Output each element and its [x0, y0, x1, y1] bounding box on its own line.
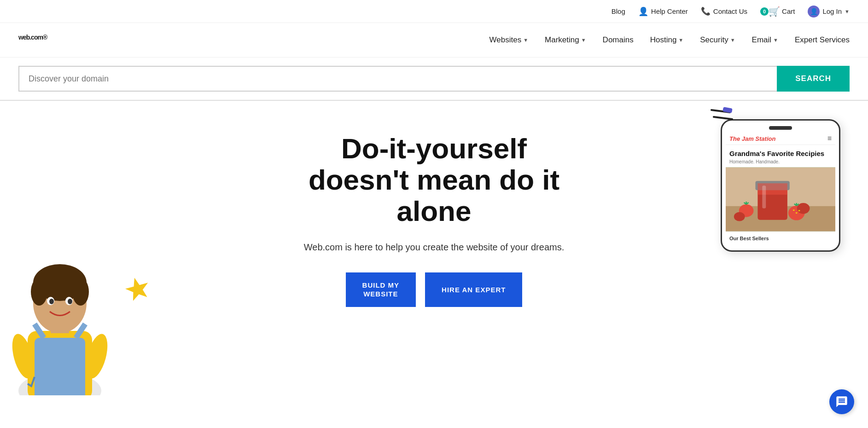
nav-item-expert-services[interactable]: Expert Services: [795, 35, 850, 45]
phone-icon: 📞: [701, 6, 711, 16]
blog-label: Blog: [612, 7, 625, 15]
svg-point-8: [31, 278, 47, 306]
hero-phone-mockup: The Jam Station ≡ Grandma's Favorite Rec…: [721, 119, 840, 252]
svg-point-13: [68, 299, 72, 304]
logo-trademark: ®: [43, 34, 47, 41]
phone-footer: Our Best Sellers: [726, 231, 835, 245]
phone-hero-content: Grandma's Favorite Recipies Homemade. Ha…: [726, 145, 835, 167]
person-icon: 👤: [638, 6, 648, 17]
phone-brand-bar: The Jam Station ≡: [726, 133, 835, 145]
svg-rect-2: [35, 338, 85, 395]
search-input[interactable]: [18, 66, 777, 92]
nav-item-hosting[interactable]: Hosting ▼: [650, 35, 684, 45]
nav-item-websites[interactable]: Websites ▼: [489, 35, 529, 45]
nav-item-marketing[interactable]: Marketing ▼: [545, 35, 586, 45]
login-label: Log In: [822, 7, 842, 15]
deco-star: [121, 272, 156, 310]
hero-buttons: BUILD MYWEBSITE HIRE AN EXPERT: [273, 272, 595, 307]
search-section: SEARCH: [0, 58, 868, 101]
help-center-link[interactable]: 👤 Help Center: [638, 6, 688, 17]
svg-point-30: [796, 212, 798, 214]
login-chevron-icon: ▼: [845, 9, 850, 14]
svg-line-18: [714, 117, 732, 119]
phone-product-title: Grandma's Favorite Recipies: [729, 150, 832, 158]
cart-label: Cart: [782, 7, 795, 15]
help-label: Help Center: [651, 7, 688, 15]
top-bar: Blog 👤 Help Center 📞 Contact Us 0 🛒 Cart…: [0, 0, 868, 23]
hamburger-icon: ≡: [827, 134, 832, 143]
phone-image-area: [726, 167, 835, 231]
marketing-chevron-icon: ▼: [581, 37, 586, 43]
logo-text: web.com: [18, 34, 43, 41]
site-logo[interactable]: web.com®: [18, 32, 47, 49]
svg-point-31: [798, 210, 800, 211]
phone-product-subtitle: Homemade. Handmade.: [729, 159, 832, 164]
cart-link[interactable]: 0 🛒 Cart: [760, 6, 795, 17]
contact-us-link[interactable]: 📞 Contact Us: [701, 6, 747, 16]
phone-brand-name: The Jam Station: [729, 135, 775, 142]
email-chevron-icon: ▼: [773, 37, 778, 43]
build-my-website-button[interactable]: BUILD MYWEBSITE: [346, 272, 416, 307]
cart-icon: 🛒: [769, 6, 780, 17]
nav-item-email[interactable]: Email ▼: [752, 35, 778, 45]
hero-title: Do-it-yourself doesn't mean do it alone: [273, 133, 595, 227]
svg-rect-25: [762, 185, 766, 208]
nav-item-domains[interactable]: Domains: [603, 35, 634, 45]
main-nav: web.com® Websites ▼ Marketing ▼ Domains …: [0, 23, 868, 58]
svg-point-32: [793, 209, 795, 211]
hosting-chevron-icon: ▼: [678, 37, 683, 43]
svg-rect-24: [757, 183, 787, 195]
websites-chevron-icon: ▼: [523, 37, 528, 43]
cart-badge: 0: [760, 7, 769, 16]
security-chevron-icon: ▼: [730, 37, 735, 43]
contact-label: Contact Us: [713, 7, 747, 15]
phone-shell: The Jam Station ≡ Grandma's Favorite Rec…: [721, 119, 840, 252]
nav-item-security[interactable]: Security ▼: [700, 35, 735, 45]
svg-point-27: [797, 203, 810, 214]
svg-point-29: [734, 212, 745, 221]
hero-section: Do-it-yourself doesn't mean do it alone …: [0, 101, 868, 395]
hero-subtitle: Web.com is here to help you create the w…: [273, 240, 595, 254]
hero-center: Do-it-yourself doesn't mean do it alone …: [273, 119, 595, 307]
search-button[interactable]: SEARCH: [777, 66, 850, 92]
blog-link[interactable]: Blog: [612, 7, 625, 15]
svg-point-12: [49, 299, 54, 304]
login-link[interactable]: 👤 Log In ▼: [808, 6, 850, 17]
svg-marker-16: [124, 276, 151, 301]
nav-links: Websites ▼ Marketing ▼ Domains Hosting ▼…: [489, 35, 850, 45]
user-avatar-icon: 👤: [808, 6, 820, 17]
hire-an-expert-button[interactable]: HIRE AN EXPERT: [425, 272, 522, 307]
svg-point-9: [72, 278, 89, 306]
hero-person-image: [0, 248, 120, 395]
